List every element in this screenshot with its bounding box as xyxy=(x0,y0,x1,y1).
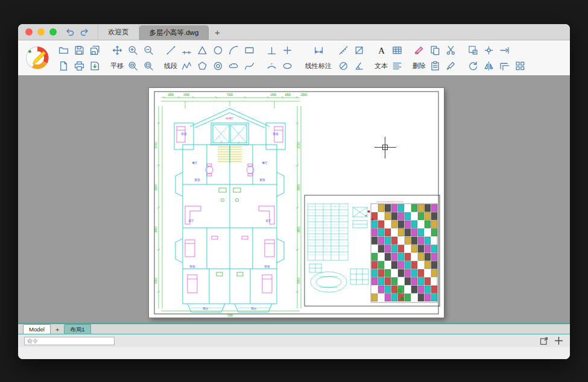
desktop-background: 欢迎页多层小高等.dwg + 平移线段线性标注A文本删除 xyxy=(0,0,588,382)
spline-icon[interactable] xyxy=(241,58,257,74)
svg-text:卧室: 卧室 xyxy=(265,265,271,268)
block-library xyxy=(371,204,437,301)
offset-icon[interactable] xyxy=(496,58,512,74)
svg-text:卧室: 卧室 xyxy=(190,265,196,268)
staircase xyxy=(218,146,242,163)
redo-icon[interactable] xyxy=(77,24,92,40)
svg-text:1400: 1400 xyxy=(183,93,190,96)
dimension-text: 1800 1400 7200 1400 1800 2500 7200 2700 … xyxy=(154,93,308,317)
building-walls xyxy=(174,108,285,312)
area-measure-icon[interactable] xyxy=(351,42,367,58)
svg-text:1800: 1800 xyxy=(154,226,157,233)
three-point-arc-icon[interactable] xyxy=(264,58,279,74)
drawing-canvas[interactable]: 1800 1400 7200 1400 1800 2500 7200 2700 … xyxy=(18,76,570,323)
pan-tool-icon[interactable] xyxy=(109,42,125,58)
svg-text:1800: 1800 xyxy=(168,93,174,96)
add-layout-button[interactable]: + xyxy=(52,326,63,334)
svg-text:A: A xyxy=(378,45,385,55)
layout-tabbar: Model + 布局1 xyxy=(18,323,570,334)
command-bar xyxy=(18,334,570,347)
toolbar: 平移线段线性标注A文本删除 xyxy=(18,40,570,76)
schedule-table xyxy=(308,204,348,260)
svg-text:2500: 2500 xyxy=(301,93,308,96)
line-label[interactable]: 线段 xyxy=(163,58,179,74)
explode-icon[interactable] xyxy=(481,42,496,58)
zoom-in-icon[interactable] xyxy=(125,42,141,58)
svg-text:2700: 2700 xyxy=(297,142,300,148)
new-file-icon[interactable] xyxy=(55,58,71,74)
erase-tool-icon[interactable] xyxy=(411,42,427,58)
cut-icon[interactable] xyxy=(443,42,458,58)
save-icon[interactable] xyxy=(71,42,87,58)
zoom-out-icon[interactable] xyxy=(141,42,156,58)
diameter-dimension-icon[interactable] xyxy=(335,58,351,74)
revision-cloud-icon[interactable] xyxy=(226,58,241,74)
rotate-icon[interactable] xyxy=(465,58,481,74)
svg-text:7200: 7200 xyxy=(227,314,233,317)
polygon-icon[interactable] xyxy=(194,58,210,74)
align-icon[interactable] xyxy=(389,58,405,74)
new-tab-button[interactable]: + xyxy=(209,24,226,40)
triangle-icon[interactable] xyxy=(194,42,210,58)
cad-drawing: 1800 1400 7200 1400 1800 2500 7200 2700 … xyxy=(149,88,444,318)
paper-sheet: 1800 1400 7200 1400 1800 2500 7200 2700 … xyxy=(149,88,444,318)
traffic-lights xyxy=(18,24,63,40)
crosshair-toggle-icon[interactable] xyxy=(554,336,564,346)
zoom-window-icon[interactable] xyxy=(141,58,156,74)
svg-text:1800: 1800 xyxy=(297,226,300,233)
construction-line-icon[interactable] xyxy=(179,42,194,58)
doc-tab-1[interactable]: 欢迎页 xyxy=(98,24,139,40)
paste-icon[interactable] xyxy=(427,58,443,74)
open-file-icon[interactable] xyxy=(55,42,71,58)
print-icon[interactable] xyxy=(71,58,87,74)
save-as-icon[interactable] xyxy=(87,42,103,58)
table-tool-icon[interactable] xyxy=(389,42,405,58)
ellipse-icon[interactable] xyxy=(279,58,295,74)
command-input[interactable] xyxy=(24,337,115,345)
tab-model[interactable]: Model xyxy=(23,324,51,334)
delete-label[interactable]: 删除 xyxy=(411,58,427,74)
external-link-icon[interactable] xyxy=(539,336,549,346)
angle-dimension-icon[interactable] xyxy=(351,58,367,74)
spacer xyxy=(512,42,528,58)
pickbox xyxy=(382,145,388,150)
undo-icon[interactable] xyxy=(63,24,77,40)
arc-icon[interactable] xyxy=(226,42,241,58)
linear-dimension-icon[interactable] xyxy=(302,42,335,58)
svg-text:3300: 3300 xyxy=(154,277,157,284)
circle-icon[interactable] xyxy=(210,42,226,58)
donut-icon[interactable] xyxy=(210,58,226,74)
extend-icon[interactable] xyxy=(496,42,512,58)
format-brush-icon[interactable] xyxy=(443,58,458,74)
zoom-extents-icon[interactable] xyxy=(125,58,141,74)
array-icon[interactable] xyxy=(512,58,528,74)
svg-text:2600: 2600 xyxy=(297,184,300,190)
titlebar: 欢迎页多层小高等.dwg + xyxy=(18,24,570,40)
rectangle-icon[interactable] xyxy=(241,42,257,58)
polyline-icon[interactable] xyxy=(179,58,194,74)
minimize-button[interactable] xyxy=(37,28,45,36)
line-tool-icon[interactable] xyxy=(163,42,179,58)
perpendicular-icon[interactable] xyxy=(264,42,279,58)
mirror-icon[interactable] xyxy=(481,58,496,74)
linear-dimension-label[interactable]: 线性标注 xyxy=(302,58,335,74)
doc-tab-2[interactable]: 多层小高等.dwg xyxy=(139,25,209,40)
close-button[interactable] xyxy=(25,28,33,36)
maximize-button[interactable] xyxy=(49,28,57,36)
detail-sheet xyxy=(305,195,440,306)
pan-label[interactable]: 平移 xyxy=(109,58,125,74)
text-label[interactable]: 文本 xyxy=(373,58,389,74)
copy-icon[interactable] xyxy=(427,42,443,58)
measure-icon[interactable] xyxy=(335,42,351,58)
svg-text:客厅: 客厅 xyxy=(266,219,272,222)
app-logo[interactable] xyxy=(23,43,52,72)
point-icon[interactable] xyxy=(279,42,295,58)
tab-layout1[interactable]: 布局1 xyxy=(64,324,90,334)
export-icon[interactable] xyxy=(87,58,103,74)
text-tool-icon[interactable]: A xyxy=(373,42,389,58)
scale-icon[interactable] xyxy=(465,42,481,58)
svg-text:卧室: 卧室 xyxy=(182,132,188,136)
app-window: 欢迎页多层小高等.dwg + 平移线段线性标注A文本删除 xyxy=(18,24,570,359)
document-tabs: 欢迎页多层小高等.dwg xyxy=(98,24,209,40)
svg-text:1400: 1400 xyxy=(270,93,277,96)
